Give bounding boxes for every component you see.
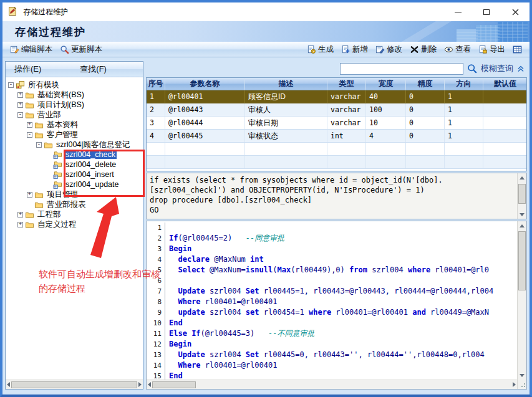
update-script-button[interactable]: 更新脚本 bbox=[56, 42, 106, 56]
resize-grip[interactable] bbox=[517, 380, 526, 389]
scroll-left-icon[interactable] bbox=[7, 382, 10, 387]
tree-expander-icon[interactable]: - bbox=[27, 132, 32, 138]
add-icon bbox=[341, 45, 351, 54]
tree-item[interactable]: +工程部 bbox=[6, 209, 143, 219]
tree-item[interactable]: -szrl004|顾客信息登记 bbox=[6, 140, 143, 150]
export-button[interactable]: 导出 bbox=[475, 42, 509, 56]
scroll-left-icon[interactable] bbox=[148, 382, 151, 387]
column-header[interactable]: 精度 bbox=[406, 78, 445, 90]
table-cell: 1 bbox=[445, 103, 483, 116]
code-vertical-scrollbar[interactable] bbox=[517, 221, 526, 380]
scroll-thumb[interactable] bbox=[152, 381, 196, 388]
scroll-down-icon[interactable] bbox=[520, 210, 525, 219]
tree-item[interactable]: 营业部报表 bbox=[6, 199, 143, 209]
column-header[interactable]: 类型 bbox=[327, 78, 366, 90]
collapse-panel-icon[interactable] bbox=[517, 65, 525, 72]
screenshot-root: 存储过程维护 存储过程维护 bbox=[0, 0, 532, 397]
table-cell bbox=[147, 156, 165, 168]
tree-item[interactable]: +自定义过程 bbox=[6, 219, 143, 229]
tree-item[interactable]: szrl004_check bbox=[6, 150, 143, 160]
menu-find[interactable]: 查找(F) bbox=[80, 64, 107, 75]
table-cell bbox=[406, 156, 445, 168]
tree-item[interactable]: +项目管理 bbox=[6, 189, 143, 199]
tree-item[interactable]: szrl004_insert bbox=[6, 170, 143, 179]
column-header[interactable]: 参数名称 bbox=[165, 78, 245, 90]
code-horizontal-scrollbar[interactable] bbox=[147, 380, 517, 389]
maximize-button[interactable] bbox=[472, 2, 501, 21]
line-number: 2 bbox=[147, 233, 165, 244]
scroll-up-icon[interactable] bbox=[520, 173, 525, 182]
tree-item[interactable]: -客户管理 bbox=[6, 130, 143, 140]
fuzzy-query-button[interactable]: 模糊查询 bbox=[481, 63, 513, 74]
table-row[interactable]: 1@rl00401顾客信息IDvarchar4001 bbox=[147, 90, 526, 103]
tree-expander-icon[interactable]: + bbox=[17, 212, 23, 218]
add-button[interactable]: 新增 bbox=[337, 42, 372, 56]
scroll-thumb[interactable] bbox=[11, 381, 137, 388]
tree-expander-icon[interactable]: + bbox=[27, 192, 32, 198]
tree-expander-icon[interactable]: - bbox=[8, 82, 14, 88]
column-header[interactable]: 序号 bbox=[147, 78, 165, 90]
scroll-thumb[interactable] bbox=[518, 184, 526, 204]
sql-drop-script-text[interactable]: if exists (select * from sysobjects wher… bbox=[147, 173, 517, 219]
scroll-right-icon[interactable] bbox=[138, 382, 142, 387]
code-line: 9 update szrl004 set rl00454=1 where rl0… bbox=[147, 307, 517, 318]
tree-expander-icon[interactable]: - bbox=[36, 142, 42, 148]
table-row[interactable]: 4@rl00445审核状态int401 bbox=[147, 130, 526, 143]
app-window: 存储过程维护 存储过程维护 bbox=[0, 0, 532, 397]
search-input[interactable] bbox=[340, 63, 463, 75]
scroll-up-icon[interactable] bbox=[520, 221, 525, 230]
table-cell: 审核人 bbox=[245, 103, 327, 116]
close-button[interactable] bbox=[501, 2, 530, 21]
tree-expander-icon[interactable]: - bbox=[17, 112, 23, 118]
scroll-down-icon[interactable] bbox=[520, 371, 525, 380]
tree-horizontal-scrollbar[interactable] bbox=[6, 380, 143, 389]
scroll-right-icon[interactable] bbox=[513, 382, 516, 387]
folder-icon bbox=[25, 110, 34, 120]
modify-button[interactable]: 修改 bbox=[372, 42, 406, 56]
column-header[interactable]: 方向 bbox=[445, 78, 483, 90]
table-cell: 0 bbox=[406, 103, 445, 116]
tree-item-label: szrl004_delete bbox=[64, 160, 117, 169]
tree-expander-icon[interactable]: + bbox=[27, 122, 32, 128]
tree-item[interactable]: +项目计划(BS) bbox=[6, 100, 143, 110]
tree-item[interactable]: +基础资料(BS) bbox=[6, 90, 143, 100]
generate-button[interactable]: 生成 bbox=[303, 42, 337, 56]
scroll-thumb[interactable] bbox=[518, 231, 526, 290]
view-button[interactable]: 查看 bbox=[440, 42, 475, 56]
tree-item[interactable]: -所有模块 bbox=[6, 80, 143, 90]
menu-operate[interactable]: 操作(E) bbox=[14, 64, 41, 75]
table-row[interactable]: 3@rl00444审核日期varchar1001 bbox=[147, 117, 526, 130]
column-header[interactable]: 宽度 bbox=[366, 78, 406, 90]
search-icon[interactable] bbox=[467, 64, 477, 74]
code-lines[interactable]: 12If(@rl00445=2) --同意审批3Begin4 declare @… bbox=[147, 221, 517, 380]
tree-item-label: szrl004|顾客信息登记 bbox=[55, 140, 132, 150]
table-cell bbox=[327, 143, 366, 155]
column-header[interactable]: 描述 bbox=[245, 78, 327, 90]
tree-item[interactable]: -营业部 bbox=[6, 110, 143, 120]
code-line: 12Begin bbox=[147, 339, 517, 350]
tree-expander-icon[interactable]: + bbox=[17, 102, 23, 108]
edit-script-button[interactable]: 编辑脚本 bbox=[6, 42, 56, 56]
code-text: Select @MaxNum=isnull(Max(rl00449),0) fr… bbox=[165, 265, 489, 275]
minimize-button[interactable] bbox=[443, 2, 472, 21]
tree-item[interactable]: szrl004_delete bbox=[6, 160, 143, 170]
table-cell bbox=[483, 156, 527, 168]
code-text: Update szrl004 Set rl00445=0, rl00443=''… bbox=[165, 350, 485, 360]
line-number: 15 bbox=[147, 371, 165, 380]
module-tree-panel: 操作(E) 查找(F) -所有模块+基础资料(BS)+项目计划(BS)-营业部+… bbox=[5, 61, 143, 390]
modify-icon bbox=[375, 45, 385, 54]
table-cell bbox=[165, 156, 245, 168]
delete-button[interactable]: 删除 bbox=[406, 42, 440, 56]
tree-item[interactable]: +基本资料 bbox=[6, 120, 143, 130]
proc-icon bbox=[53, 150, 62, 160]
column-header[interactable]: 默认值 bbox=[483, 78, 527, 90]
line-number: 7 bbox=[147, 286, 165, 297]
tree-expander-icon[interactable]: + bbox=[17, 92, 23, 98]
table-row[interactable]: 2@rl00443审核人varchar10001 bbox=[147, 103, 526, 117]
sql-vertical-scrollbar[interactable] bbox=[517, 173, 526, 219]
table-cell: 40 bbox=[366, 90, 406, 103]
table-empty-row bbox=[147, 156, 526, 169]
tree-item[interactable]: szrl004_update bbox=[6, 179, 143, 189]
grid-button[interactable] bbox=[509, 42, 526, 56]
tree-expander-icon[interactable]: + bbox=[17, 222, 23, 227]
